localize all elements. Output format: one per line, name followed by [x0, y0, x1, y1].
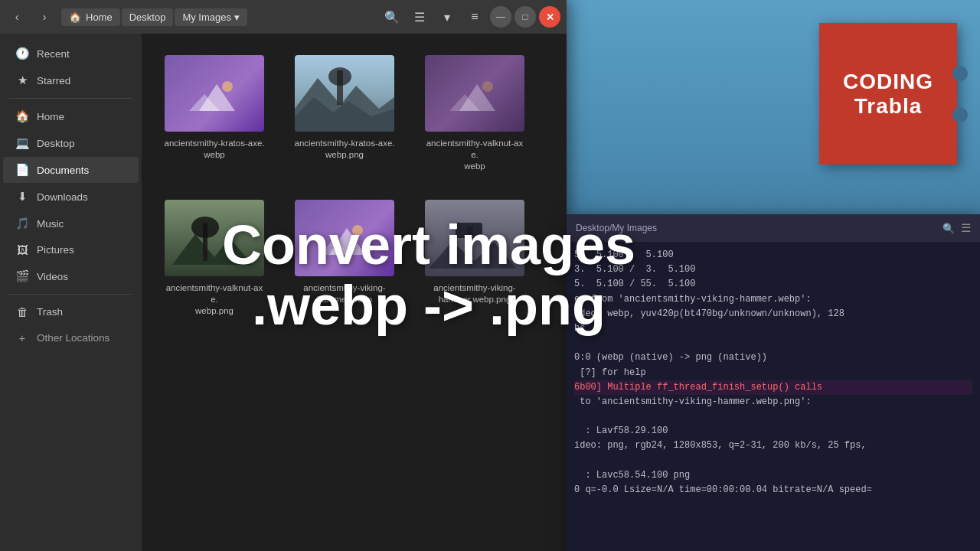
- sidebar-divider-1: [9, 98, 132, 99]
- search-icon: 🔍: [384, 10, 400, 24]
- terminal-line: [574, 336, 972, 350]
- list-item[interactable]: ancientsmithy-viking-hammer.webp.png: [417, 194, 532, 323]
- svg-point-15: [352, 225, 363, 236]
- terminal-line: 0 q=-0.0 Lsize=N/A time=00:00:00.04 bitr…: [574, 483, 972, 497]
- terminal-line: [?] for help: [574, 366, 972, 380]
- pictures-icon: 🖼: [15, 243, 29, 256]
- terminal-line: 5. 5.100 5.100: [574, 248, 972, 262]
- nav-forward-button[interactable]: ›: [34, 6, 55, 28]
- terminal-line: 6b00] Multiple ff_thread_finish_setup() …: [574, 380, 972, 395]
- sidebar-divider-2: [9, 294, 132, 295]
- svg-point-8: [482, 81, 493, 92]
- breadcrumb-home[interactable]: 🏠 Home: [61, 8, 120, 26]
- file-thumbnail: [425, 200, 524, 276]
- view-list-icon: ☰: [414, 10, 425, 24]
- starred-icon: ★: [15, 73, 29, 87]
- list-item[interactable]: ancientsmithy-viking-hammer.webp: [287, 194, 402, 323]
- sidebar-item-trash[interactable]: 🗑 Trash: [3, 299, 139, 324]
- terminal-line: 3. 5.100 / 3. 5.100: [574, 262, 972, 277]
- sidebar-item-home[interactable]: 🏠 Home: [3, 103, 139, 129]
- view-dropdown-button[interactable]: ▾: [435, 5, 459, 29]
- main-content: 🕐 Recent ★ Starred 🏠 Home 💻 Desktop 📄 Do…: [0, 34, 567, 551]
- sidebar-item-starred[interactable]: ★ Starred: [3, 67, 139, 93]
- nav-forward-icon: ›: [43, 11, 47, 23]
- nav-back-button[interactable]: ‹: [6, 6, 28, 28]
- sidebar-trash-label: Trash: [37, 306, 63, 318]
- list-item[interactable]: ancientsmithy-valknut-axe.webp.png: [157, 194, 272, 323]
- file-thumbnail: [295, 55, 394, 132]
- terminal-line: : Lavf58.29.100: [574, 424, 972, 439]
- sidebar-item-videos[interactable]: 🎬 Videos: [3, 263, 139, 289]
- terminal-line: to 'ancientsmithy-viking-hammer.webp.png…: [574, 395, 972, 409]
- file-label: ancientsmithy-kratos-axe.webp: [164, 138, 264, 161]
- file-label: ancientsmithy-viking-hammer.webp: [303, 282, 385, 305]
- breadcrumb-desktop[interactable]: Desktop: [122, 8, 174, 26]
- breadcrumb-desktop-label: Desktop: [129, 11, 166, 23]
- sidebar-item-other-locations[interactable]: + Other Locations: [3, 325, 139, 350]
- terminal-search-area: 🔍 ☰: [942, 221, 971, 235]
- logo-coding-text: CODING: [843, 70, 933, 94]
- home-sidebar-icon: 🏠: [15, 109, 29, 123]
- maximize-button[interactable]: □: [514, 6, 536, 28]
- svg-point-7: [328, 67, 351, 86]
- sidebar: 🕐 Recent ★ Starred 🏠 Home 💻 Desktop 📄 Do…: [0, 34, 142, 551]
- terminal-line: e, from 'ancientsmithy-viking-hammer.web…: [574, 292, 972, 307]
- sidebar-recent-label: Recent: [37, 48, 70, 60]
- sidebar-item-documents[interactable]: 📄 Documents: [3, 157, 139, 183]
- svg-rect-21: [456, 223, 482, 238]
- terminal-menu-icon: ☰: [961, 221, 971, 235]
- logo-trabla-text: Trabla: [854, 94, 922, 119]
- terminal-line: bc: [574, 321, 972, 336]
- sidebar-downloads-label: Downloads: [37, 191, 88, 203]
- file-thumbnail: [295, 200, 394, 276]
- downloads-icon: ⬇: [15, 190, 29, 204]
- sidebar-pictures-label: Pictures: [37, 244, 74, 256]
- home-icon: 🏠: [69, 11, 81, 23]
- minimize-button[interactable]: —: [490, 6, 511, 28]
- svg-point-0: [222, 81, 233, 92]
- sidebar-item-desktop[interactable]: 💻 Desktop: [3, 130, 139, 156]
- title-bar: ‹ › 🏠 Home Desktop My Images ▾ 🔍 ☰: [0, 0, 567, 34]
- file-label: ancientsmithy-kratos-axe.webp.png: [294, 138, 394, 161]
- desktop-icon: 💻: [15, 136, 29, 150]
- sidebar-desktop-label: Desktop: [37, 138, 75, 149]
- logo-overlay: CODING Trabla: [819, 23, 957, 165]
- add-location-icon: +: [15, 331, 29, 344]
- file-label: ancientsmithy-valknut-axe.webp: [423, 138, 526, 172]
- videos-icon: 🎬: [15, 269, 29, 283]
- search-button[interactable]: 🔍: [380, 5, 404, 29]
- close-button[interactable]: ✕: [539, 6, 560, 28]
- sidebar-other-locations-label: Other Locations: [37, 332, 109, 344]
- sidebar-item-recent[interactable]: 🕐 Recent: [3, 41, 139, 67]
- sidebar-music-label: Music: [37, 218, 64, 230]
- trash-icon: 🗑: [15, 305, 29, 318]
- terminal-line: [574, 454, 972, 468]
- maximize-icon: □: [522, 11, 528, 22]
- terminal-line: 5. 5.100 / 55. 5.100: [574, 277, 972, 292]
- terminal-header: Desktop/My Images 🔍 ☰: [567, 214, 980, 242]
- music-icon: 🎵: [15, 217, 29, 230]
- terminal-line: [574, 409, 972, 424]
- breadcrumb-home-label: Home: [86, 11, 113, 23]
- file-thumbnail: [425, 55, 524, 132]
- breadcrumb-myimages[interactable]: My Images ▾: [175, 8, 247, 26]
- list-item[interactable]: ancientsmithy-kratos-axe.webp: [157, 49, 272, 178]
- logo-notch-bottom: [952, 107, 968, 122]
- terminal-body[interactable]: 5. 5.100 5.100 3. 5.100 / 3. 5.100 5. 5.…: [567, 242, 980, 551]
- view-list-button[interactable]: ☰: [407, 5, 432, 29]
- terminal-line: 0:0 (webp (native) -> png (native)): [574, 350, 972, 365]
- sidebar-item-music[interactable]: 🎵 Music: [3, 210, 139, 236]
- minimize-icon: —: [496, 11, 505, 22]
- menu-button[interactable]: ≡: [462, 5, 487, 29]
- list-item[interactable]: ancientsmithy-valknut-axe.webp: [417, 49, 532, 178]
- list-item[interactable]: ancientsmithy-kratos-axe.webp.png: [287, 49, 402, 178]
- file-grid: ancientsmithy-kratos-axe.webp: [142, 34, 567, 551]
- terminal-title: Desktop/My Images: [576, 223, 657, 233]
- sidebar-item-downloads[interactable]: ⬇ Downloads: [3, 184, 139, 210]
- logo-notch-top: [952, 66, 968, 81]
- sidebar-videos-label: Videos: [37, 271, 68, 282]
- toolbar-actions: 🔍 ☰ ▾ ≡ — □ ✕: [380, 5, 560, 29]
- mountain-icon: [448, 73, 501, 115]
- sidebar-item-pictures[interactable]: 🖼 Pictures: [3, 237, 139, 262]
- terminal-line: ideo: webp, yuv420p(bt470bg/unknown/unkn…: [574, 307, 972, 321]
